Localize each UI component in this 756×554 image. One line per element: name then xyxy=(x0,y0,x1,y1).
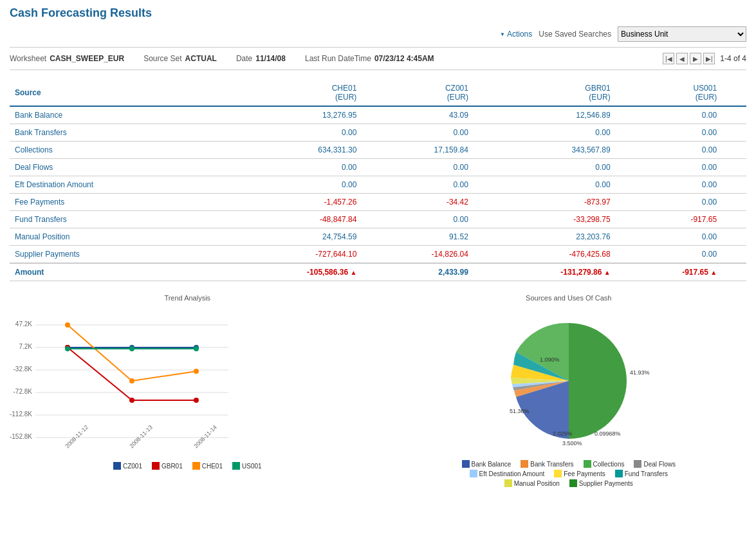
row-value: 0.00 xyxy=(616,159,722,176)
row-value: 0.00 xyxy=(362,211,474,228)
svg-point-24 xyxy=(65,346,70,351)
last-run-label: Last Run DateTime xyxy=(305,54,371,63)
total-value: 2,433.99 xyxy=(362,263,474,281)
pie-chart-title: Sources and Uses Of Cash xyxy=(391,294,747,302)
row-value: 0.00 xyxy=(616,194,722,211)
total-value: -131,279.86 ▲ xyxy=(474,263,616,281)
svg-point-23 xyxy=(194,369,199,374)
row-value: 23,203.76 xyxy=(474,228,616,246)
saved-searches-select[interactable]: Business Unit xyxy=(618,26,746,42)
trend-chart-container: Trend Analysis 47.2K 7.2K -32.8K -72.8K … xyxy=(10,294,365,487)
svg-text:3.500%: 3.500% xyxy=(562,440,582,447)
row-extra xyxy=(722,142,746,159)
table-row: Fund Transfers-48,847.840.00-33,298.75-9… xyxy=(10,211,746,228)
legend-deal-flows: Deal Flows xyxy=(634,460,675,468)
row-extra xyxy=(722,106,746,124)
meta-bar: Worksheet CASH_SWEEP_EUR Source Set ACTU… xyxy=(10,47,746,70)
trend-chart: 47.2K 7.2K -32.8K -72.8K -112.8K -152.8K xyxy=(10,307,365,470)
last-run-item: Last Run DateTime 07/23/12 4:45AM xyxy=(305,54,434,63)
legend-color-eft-destination xyxy=(470,470,477,477)
pagination-controls: |◀ ◀ ▶ ▶| 1-4 of 4 xyxy=(663,53,746,64)
actions-button[interactable]: Actions xyxy=(500,30,532,39)
row-value: -1,457.26 xyxy=(220,194,362,211)
svg-text:2008-11-12: 2008-11-12 xyxy=(64,424,89,450)
col-header-CHE01: CHE01 (EUR) xyxy=(220,80,362,106)
prev-page-button[interactable]: ◀ xyxy=(676,53,688,64)
row-value: 0.00 xyxy=(616,246,722,264)
row-value: 0.00 xyxy=(220,176,362,194)
date-value: 11/14/08 xyxy=(255,54,286,63)
svg-text:2008-11-14: 2008-11-14 xyxy=(192,424,218,450)
table-row: Fee Payments-1,457.26-34.42-873.970.00 xyxy=(10,194,746,211)
svg-text:41.93%: 41.93% xyxy=(630,369,650,376)
pie-chart-container: Sources and Uses Of Cash xyxy=(391,294,747,487)
legend-fund-transfers: Fund Transfers xyxy=(615,470,668,477)
row-value: 0.00 xyxy=(220,124,362,142)
row-extra xyxy=(722,211,746,228)
row-value: 0.00 xyxy=(474,124,616,142)
row-extra xyxy=(722,246,746,264)
legend-manual-position: Manual Position xyxy=(504,479,560,487)
legend-cz001: CZ001 xyxy=(113,462,142,470)
legend-che01: CHE01 xyxy=(192,462,223,470)
table-row: Manual Position24,754.5991.5223,203.760.… xyxy=(10,228,746,246)
row-label: Supplier Payments xyxy=(10,246,220,264)
row-extra xyxy=(722,159,746,176)
pie-chart-wrapper: 1.090% 41.93% 51.36% 2.025% 3.500% 0.099… xyxy=(391,307,747,487)
legend-color-bank-transfers xyxy=(521,460,528,468)
legend-supplier-payments: Supplier Payments xyxy=(569,479,633,487)
row-value: 91.52 xyxy=(362,228,474,246)
worksheet-label: Worksheet xyxy=(10,54,46,63)
next-page-button[interactable]: ▶ xyxy=(690,53,701,64)
svg-text:47.2K: 47.2K xyxy=(15,320,32,328)
page-title: Cash Forecasting Results xyxy=(10,6,746,20)
row-value: 343,567.89 xyxy=(474,142,616,159)
total-value: -105,586.36 ▲ xyxy=(220,263,362,281)
legend-color-bank-balance xyxy=(462,460,470,468)
svg-text:51.36%: 51.36% xyxy=(510,408,530,414)
row-value: 0.00 xyxy=(362,124,474,142)
source-set-label: Source Set xyxy=(143,54,181,63)
legend-collections: Collections xyxy=(584,460,625,468)
row-label: Eft Destination Amount xyxy=(10,176,220,194)
trend-chart-title: Trend Analysis xyxy=(10,294,365,302)
legend-color-collections xyxy=(584,460,591,468)
row-value: 12,546.89 xyxy=(474,106,616,124)
table-row: Deal Flows0.000.000.000.00 xyxy=(10,159,746,176)
col-header-GBR01: GBR01 (EUR) xyxy=(474,80,616,106)
legend-color-che01 xyxy=(192,462,200,470)
row-value: 0.00 xyxy=(616,228,722,246)
trend-chart-svg: 47.2K 7.2K -32.8K -72.8K -112.8K -152.8K xyxy=(10,307,248,455)
col-header-US001: US001 (EUR) xyxy=(616,80,722,106)
svg-text:2.025%: 2.025% xyxy=(553,430,573,437)
use-saved-searches-label: Use Saved Searches xyxy=(539,30,611,39)
svg-point-25 xyxy=(129,346,134,351)
row-value: 0.00 xyxy=(220,159,362,176)
row-value: 17,159.84 xyxy=(362,142,474,159)
row-value: -727,644.10 xyxy=(220,246,362,264)
pie-legend: Bank Balance Bank Transfers Collections … xyxy=(440,460,697,487)
row-label: Manual Position xyxy=(10,228,220,246)
date-label: Date xyxy=(236,54,252,63)
svg-point-22 xyxy=(129,378,134,383)
source-column-header: Source xyxy=(10,80,220,106)
row-value: 0.00 xyxy=(362,159,474,176)
svg-text:-152.8K: -152.8K xyxy=(10,433,32,440)
trend-legend: CZ001 GBR01 CHE01 US001 xyxy=(10,462,365,470)
row-value: 0.00 xyxy=(616,176,722,194)
row-value: -14,826.04 xyxy=(362,246,474,264)
pie-chart-svg: 1.090% 41.93% 51.36% 2.025% 3.500% 0.099… xyxy=(440,307,697,455)
source-set-value: ACTUAL xyxy=(185,54,217,63)
svg-point-20 xyxy=(194,398,199,403)
row-extra xyxy=(722,228,746,246)
svg-point-21 xyxy=(65,322,70,328)
legend-us001: US001 xyxy=(232,462,262,470)
total-extra xyxy=(722,263,746,281)
pagination-info: 1-4 of 4 xyxy=(720,54,746,63)
row-value: 0.00 xyxy=(474,176,616,194)
svg-point-19 xyxy=(129,398,134,403)
table-row: Collections634,331.3017,159.84343,567.89… xyxy=(10,142,746,159)
svg-point-26 xyxy=(194,346,199,351)
first-page-button[interactable]: |◀ xyxy=(663,53,674,64)
last-page-button[interactable]: ▶| xyxy=(703,53,715,64)
